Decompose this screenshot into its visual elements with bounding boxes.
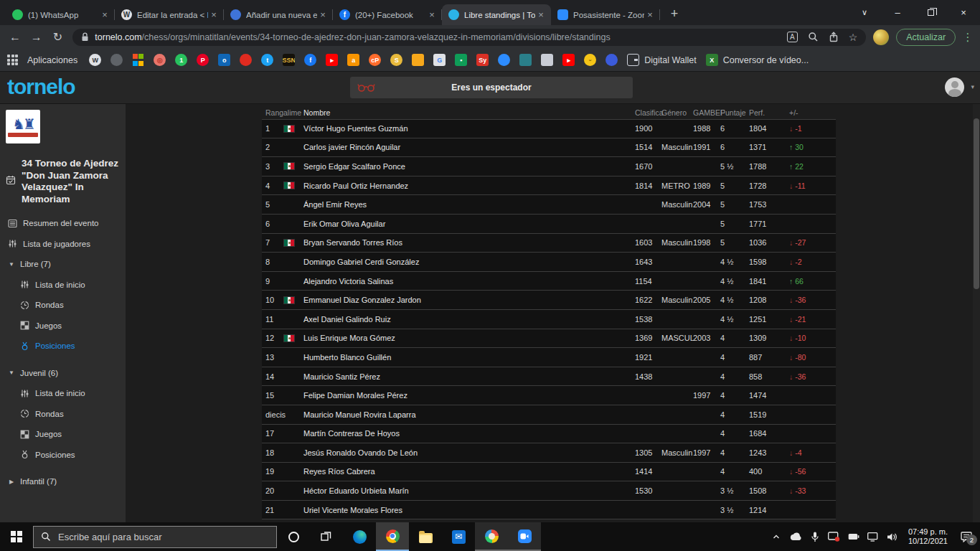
user-menu-chevron-icon[interactable]: ▾ xyxy=(971,83,974,90)
search-zoom-icon[interactable] xyxy=(808,32,819,42)
standings-row[interactable]: 13Humberto Blanco Guillén19214887↓-80 xyxy=(262,348,836,367)
browser-tab[interactable]: WEditar la entrada < Pe× xyxy=(115,4,224,25)
standings-row[interactable]: 4Ricardo Paul Ortiz Hernandez1814METRO19… xyxy=(262,176,836,196)
task-view-button[interactable] xyxy=(310,522,343,551)
cortana-button[interactable] xyxy=(277,522,310,551)
tab-close-button[interactable]: × xyxy=(644,9,656,21)
bookmark-item[interactable]: Sy xyxy=(476,54,489,66)
bookmark-item[interactable]: o xyxy=(218,54,230,66)
bookmark-item[interactable]: S xyxy=(390,54,402,66)
bookmark-item[interactable]: XConversor de vídeo... xyxy=(706,54,809,66)
screen-record-icon[interactable] xyxy=(828,532,841,542)
close-button[interactable]: × xyxy=(947,0,980,25)
standings-row[interactable]: 11Axel Daniel Galindo Ruiz15384 ½1251↓-2… xyxy=(262,310,836,329)
new-tab-button[interactable]: + xyxy=(664,4,684,24)
bookmark-item[interactable]: f xyxy=(304,54,316,66)
padlock-icon[interactable] xyxy=(81,32,89,42)
reload-button[interactable]: ↻ xyxy=(49,28,67,47)
bookmark-item[interactable]: Digital Wallet xyxy=(627,54,696,66)
profile-avatar[interactable] xyxy=(873,29,889,45)
chrome-button[interactable] xyxy=(376,522,409,551)
standings-row[interactable]: 19Reyes Ríos Cabrera14144400↓-56 xyxy=(262,463,836,482)
network-display-icon[interactable] xyxy=(867,532,880,542)
sidebar-item-rondas[interactable]: Rondas xyxy=(0,295,126,316)
forward-button[interactable]: → xyxy=(27,28,46,47)
sidebar-item-libre-7[interactable]: ▼Libre (7) xyxy=(0,254,126,275)
translate-icon[interactable]: A xyxy=(787,32,798,42)
battery-icon[interactable] xyxy=(847,533,860,540)
bookmark-item[interactable] xyxy=(519,54,532,66)
tab-close-button[interactable]: × xyxy=(426,9,438,21)
standings-row[interactable]: 6Erik Omar Oliva Aguilar51771 xyxy=(262,215,836,234)
sidebar-item-lista-de-inicio[interactable]: Lista de inicio xyxy=(0,383,126,404)
bookmark-item[interactable] xyxy=(132,54,144,66)
notification-center-button[interactable]: 2 xyxy=(957,532,976,542)
browser-tab[interactable]: Libre standings | Torne× xyxy=(442,4,551,25)
tab-close-button[interactable]: × xyxy=(535,9,547,21)
standings-row[interactable]: 1Víctor Hugo Fuentes Guzmán1900198861804… xyxy=(262,119,836,138)
zoom-app-button[interactable] xyxy=(508,522,541,551)
tab-close-button[interactable]: × xyxy=(208,9,220,21)
bookmark-item[interactable]: 1 xyxy=(175,54,187,66)
address-bar[interactable]: tornelo.com /chess/orgs/minatitlan/event… xyxy=(72,29,866,46)
file-explorer-button[interactable] xyxy=(409,522,442,551)
tab-search-chevron-icon[interactable]: ∨ xyxy=(848,0,881,25)
sidebar-item-lista-de-jugadores[interactable]: Lista de jugadores xyxy=(0,234,126,255)
bookmark-item[interactable]: ▸ xyxy=(326,54,338,66)
speaker-icon[interactable] xyxy=(886,532,899,542)
taskbar-search[interactable]: Escribe aquí para buscar xyxy=(33,526,277,548)
sidebar-item-resumen-del-evento[interactable]: Resumen del evento xyxy=(0,213,126,234)
standings-row[interactable]: 18Jesús Ronaldo Ovando De León1305Mascul… xyxy=(262,443,836,463)
update-chrome-button[interactable]: Actualizar xyxy=(896,29,956,46)
tab-close-button[interactable]: × xyxy=(317,9,329,21)
sidebar-item-rondas[interactable]: Rondas xyxy=(0,404,126,425)
scrollbar-thumb[interactable] xyxy=(974,118,979,289)
sidebar-item-juegos[interactable]: Juegos xyxy=(0,424,126,445)
standings-row[interactable]: 3Sergio Edgar Scalfaro Ponce16705 ½1788↑… xyxy=(262,157,836,176)
sidebar-item-juegos[interactable]: Juegos xyxy=(0,316,126,336)
standings-row[interactable]: 15Felipe Damian Morales Pérez199741474 xyxy=(262,386,836,405)
standings-row[interactable]: 9Alejandro Victoria Salinas11544 ½1841↑6… xyxy=(262,272,836,291)
bookmark-star-icon[interactable]: ☆ xyxy=(849,32,858,43)
taskbar-clock[interactable]: 07:49 p. m. 10/12/2021 xyxy=(908,527,948,547)
bookmark-item[interactable]: a xyxy=(347,54,359,66)
bookmark-item[interactable]: ◎ xyxy=(154,54,166,66)
standings-row[interactable]: 7Bryan Servando Torres Ríos1603Masculin1… xyxy=(262,234,836,253)
paint-button[interactable] xyxy=(475,522,508,551)
bookmark-item[interactable]: ▸ xyxy=(562,54,575,66)
bookmark-item[interactable] xyxy=(541,54,553,66)
restore-button[interactable] xyxy=(914,0,947,25)
browser-tab[interactable]: Añadir una nueva entr× xyxy=(224,4,333,25)
standings-row[interactable]: 10Emmanuel Diaz Gonzalez Jardon1622Mascu… xyxy=(262,291,836,310)
sidebar-item-lista-de-inicio[interactable]: Lista de inicio xyxy=(0,275,126,296)
browser-tab[interactable]: (1) WhatsApp× xyxy=(6,4,115,25)
sidebar-item-juvenil-6[interactable]: ▼Juvenil (6) xyxy=(0,363,126,384)
tab-close-button[interactable]: × xyxy=(99,9,110,21)
browser-tab[interactable]: Posasistente - Zoom× xyxy=(551,4,660,25)
bookmark-item[interactable]: t xyxy=(261,54,273,66)
bookmark-item[interactable]: P xyxy=(197,54,209,66)
mail-button[interactable]: ✉ xyxy=(442,522,475,551)
onedrive-cloud-icon[interactable] xyxy=(789,532,802,541)
edge-button[interactable] xyxy=(343,522,376,551)
browser-tab[interactable]: f(20+) Facebook× xyxy=(333,4,442,25)
standings-row[interactable]: 21Uriel Vicente Morales Flores3 ½1214 xyxy=(262,501,836,520)
apps-label[interactable]: Aplicaciones xyxy=(27,55,77,65)
sidebar-item-posiciones[interactable]: Posiciones xyxy=(0,336,126,357)
bookmark-item[interactable]: G xyxy=(433,54,446,66)
standings-row[interactable]: 12Luis Enrique Mora Gómez1369MASCUL20034… xyxy=(262,329,836,349)
standings-row[interactable]: 5Ángel Emir ReyesMasculin200451753 xyxy=(262,195,836,215)
bookmark-item[interactable] xyxy=(110,54,123,66)
sidebar-item-posiciones[interactable]: Posiciones xyxy=(0,445,126,466)
microphone-icon[interactable] xyxy=(809,532,821,542)
bookmark-item[interactable] xyxy=(240,54,252,66)
standings-row[interactable]: 8Domingo Gabriel Cerdi González16434 ½15… xyxy=(262,253,836,272)
bookmark-item[interactable]: cP xyxy=(369,54,381,66)
bookmark-item[interactable]: ▪ xyxy=(455,54,467,66)
standings-row[interactable]: 14Mauricio Santiz Pérez14384858↓-36 xyxy=(262,367,836,387)
start-button[interactable] xyxy=(0,522,33,551)
standings-row[interactable]: diecisMauricio Manuel Rovira Laparra4151… xyxy=(262,405,836,425)
vertical-scrollbar[interactable] xyxy=(973,104,980,522)
tray-chevron-up-icon[interactable] xyxy=(770,532,783,541)
browser-menu-icon[interactable]: ⋮ xyxy=(961,31,974,44)
